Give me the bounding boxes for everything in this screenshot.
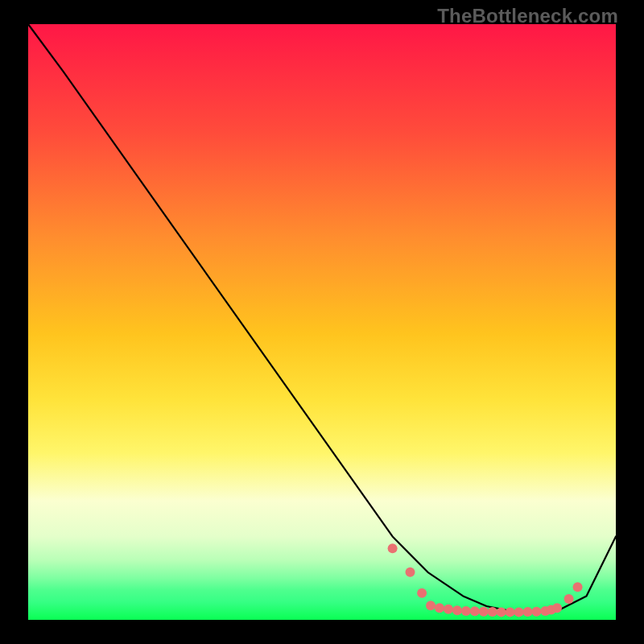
marker-dot bbox=[514, 607, 524, 617]
marker-dot bbox=[564, 594, 574, 604]
marker-dot bbox=[417, 588, 427, 598]
marker-dot bbox=[426, 601, 436, 610]
marker-dot bbox=[552, 603, 562, 613]
marker-dot bbox=[470, 606, 480, 616]
marker-dot bbox=[506, 607, 515, 617]
marker-dot bbox=[406, 568, 415, 577]
marker-dot bbox=[523, 607, 533, 617]
plot-area bbox=[28, 24, 616, 620]
marker-dot bbox=[531, 607, 541, 617]
marker-dot bbox=[461, 606, 471, 616]
marker-dot bbox=[479, 607, 489, 617]
marker-dot bbox=[452, 605, 462, 615]
chart-stage: TheBottleneck.com bbox=[0, 0, 644, 644]
marker-dot bbox=[435, 603, 444, 613]
chart-svg bbox=[28, 24, 616, 620]
marker-dot bbox=[388, 543, 398, 553]
marker-dot bbox=[573, 582, 583, 592]
marker-dot bbox=[444, 605, 453, 614]
marker-dot bbox=[488, 607, 497, 617]
curve-line bbox=[28, 24, 616, 612]
marker-dot bbox=[497, 607, 506, 617]
